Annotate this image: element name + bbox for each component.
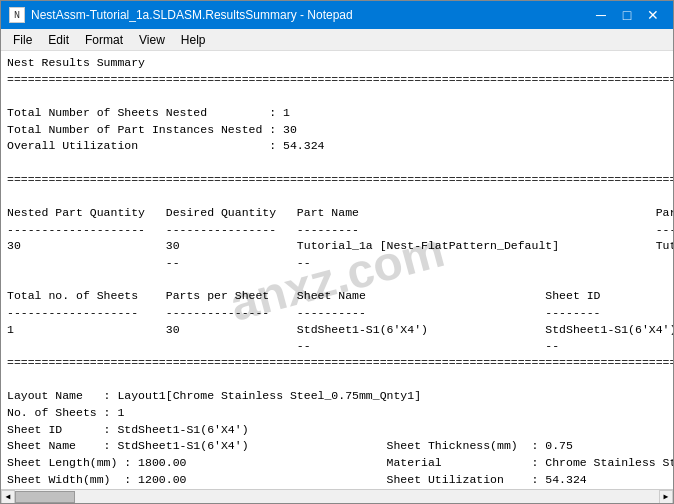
scrollbar-track[interactable] xyxy=(15,491,659,503)
window-title: NestAssm-Tutorial_1a.SLDASM.ResultsSumma… xyxy=(31,8,353,22)
menu-bar: FileEditFormatViewHelp xyxy=(1,29,673,51)
menu-item-file[interactable]: File xyxy=(5,31,40,48)
close-button[interactable]: ✕ xyxy=(641,5,665,25)
title-bar-left: N NestAssm-Tutorial_1a.SLDASM.ResultsSum… xyxy=(9,7,353,23)
content-area: Nest Results Summary ===================… xyxy=(1,51,673,503)
menu-item-view[interactable]: View xyxy=(131,31,173,48)
scroll-right-button[interactable]: ▶ xyxy=(659,490,673,504)
text-editor[interactable]: Nest Results Summary ===================… xyxy=(1,51,673,489)
menu-item-edit[interactable]: Edit xyxy=(40,31,77,48)
title-controls: ─ □ ✕ xyxy=(589,5,665,25)
scrollbar-thumb[interactable] xyxy=(15,491,75,503)
menu-item-help[interactable]: Help xyxy=(173,31,214,48)
notepad-window: N NestAssm-Tutorial_1a.SLDASM.ResultsSum… xyxy=(0,0,674,504)
scroll-left-button[interactable]: ◀ xyxy=(1,490,15,504)
app-icon: N xyxy=(9,7,25,23)
maximize-button[interactable]: □ xyxy=(615,5,639,25)
minimize-button[interactable]: ─ xyxy=(589,5,613,25)
title-bar: N NestAssm-Tutorial_1a.SLDASM.ResultsSum… xyxy=(1,1,673,29)
horizontal-scrollbar[interactable]: ◀ ▶ xyxy=(1,489,673,503)
menu-item-format[interactable]: Format xyxy=(77,31,131,48)
